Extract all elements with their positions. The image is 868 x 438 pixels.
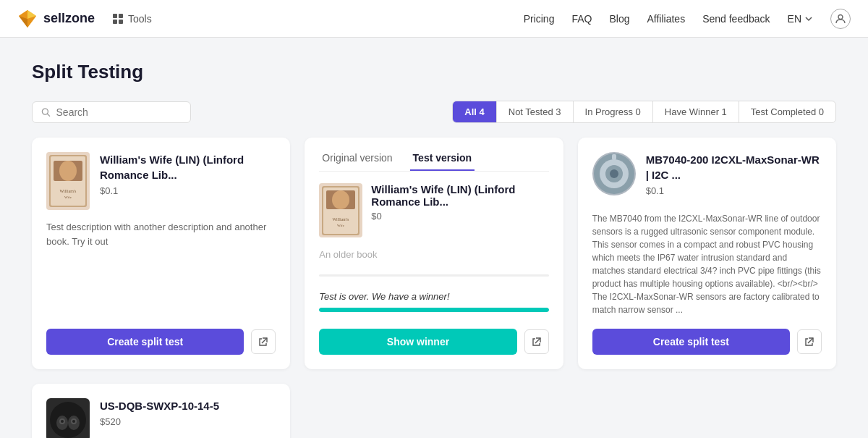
product-card-1: William's Wife William's Wife (LIN) (Lin… bbox=[32, 138, 290, 369]
grid-icon bbox=[112, 13, 124, 25]
nav-faq[interactable]: FAQ bbox=[571, 13, 592, 25]
empty-slot-2 bbox=[578, 384, 836, 438]
svg-point-37 bbox=[61, 420, 64, 423]
filter-tab-all[interactable]: All 4 bbox=[453, 101, 496, 122]
empty-slot-1 bbox=[305, 384, 563, 438]
tab-original-version[interactable]: Original version bbox=[319, 152, 395, 171]
user-avatar[interactable] bbox=[830, 9, 851, 29]
svg-text:Wife: Wife bbox=[337, 224, 345, 227]
tools-label: Tools bbox=[128, 13, 152, 25]
book-cover-icon-2: William's Wife bbox=[322, 186, 359, 235]
card2-footer: Show winner bbox=[319, 329, 548, 355]
svg-point-32 bbox=[50, 402, 86, 438]
card1-description: Test description with another descriptio… bbox=[46, 220, 276, 317]
nav-blog[interactable]: Blog bbox=[609, 13, 629, 25]
card2-progress-bar bbox=[319, 308, 548, 312]
header: sellzone Tools Pricing FAQ Blog Affiliat… bbox=[0, 0, 868, 38]
external-link-icon-2 bbox=[532, 337, 542, 347]
filter-tab-not-tested[interactable]: Not Tested 3 bbox=[497, 101, 574, 122]
card3-external-link[interactable] bbox=[797, 329, 822, 354]
card4-price: $520 bbox=[100, 416, 276, 427]
product-card-2: Original version Test version William's … bbox=[305, 138, 563, 369]
card2-desc-bar bbox=[319, 274, 548, 277]
svg-point-38 bbox=[72, 420, 75, 423]
card2-winner-text: Test is over. We have a winner! bbox=[319, 291, 548, 302]
cards-row2: US-DQB-SWXP-10-14-5 $520 bbox=[32, 384, 836, 438]
card1-footer: Create split test bbox=[46, 329, 276, 355]
sensor-icon bbox=[593, 153, 635, 195]
page-content: Split Testing All 4 Not Tested 3 In Prog… bbox=[14, 38, 854, 438]
svg-line-11 bbox=[47, 114, 49, 116]
search-icon bbox=[41, 107, 51, 117]
card2-thumbnail: William's Wife bbox=[319, 183, 362, 237]
svg-rect-30 bbox=[612, 154, 616, 160]
card3-info: MB7040-200 I2CXL-MaxSonar-WR | I2C ... $… bbox=[646, 152, 822, 202]
svg-line-31 bbox=[808, 338, 813, 343]
svg-line-25 bbox=[535, 338, 540, 343]
card1-external-link[interactable] bbox=[251, 329, 276, 354]
svg-rect-8 bbox=[119, 20, 123, 24]
svg-rect-6 bbox=[119, 14, 123, 18]
logo[interactable]: sellzone bbox=[17, 9, 95, 29]
card1-title: William's Wife (LIN) (Linford Romance Li… bbox=[100, 152, 276, 182]
svg-text:William's: William's bbox=[333, 217, 350, 222]
tab-test-version[interactable]: Test version bbox=[410, 152, 475, 171]
chevron-down-icon bbox=[804, 14, 813, 23]
external-link-icon-3 bbox=[804, 337, 814, 347]
filter-tab-completed[interactable]: Test Completed 0 bbox=[739, 101, 835, 122]
card3-create-button[interactable]: Create split test bbox=[592, 329, 790, 355]
svg-rect-7 bbox=[113, 20, 117, 24]
svg-point-22 bbox=[332, 190, 349, 209]
svg-rect-5 bbox=[113, 14, 117, 18]
language-selector[interactable]: EN bbox=[788, 13, 813, 25]
earbuds-icon bbox=[49, 401, 87, 438]
svg-point-17 bbox=[59, 161, 77, 181]
product-card-4: US-DQB-SWXP-10-14-5 $520 bbox=[32, 384, 290, 438]
card4-product-row: US-DQB-SWXP-10-14-5 $520 bbox=[46, 398, 276, 438]
filter-tab-have-winner[interactable]: Have Winner 1 bbox=[653, 101, 739, 122]
card2-product-row: William's Wife William's Wife (LIN) (Lin… bbox=[319, 183, 548, 237]
page-title: Split Testing bbox=[32, 61, 836, 83]
card2-external-link[interactable] bbox=[524, 329, 549, 354]
logo-icon bbox=[17, 9, 38, 29]
card2-desc-label: An older book bbox=[319, 249, 548, 266]
card3-description: The MB7040 from the I2CXL-MaxSonar-WR li… bbox=[592, 212, 822, 317]
card1-thumbnail: William's Wife bbox=[46, 152, 90, 210]
nav-send-feedback[interactable]: Send feedback bbox=[702, 13, 770, 25]
logo-text: sellzone bbox=[43, 11, 95, 26]
card2-title: William's Wife (LIN) (Linford Romance Li… bbox=[371, 183, 548, 208]
card2-tabs: Original version Test version bbox=[319, 152, 548, 172]
filter-bar: All 4 Not Tested 3 In Progress 0 Have Wi… bbox=[32, 101, 836, 123]
product-card-3: MB7040-200 I2CXL-MaxSonar-WR | I2C ... $… bbox=[578, 138, 836, 369]
card3-thumbnail bbox=[592, 152, 636, 195]
cards-grid: William's Wife William's Wife (LIN) (Lin… bbox=[32, 138, 836, 369]
card4-info: US-DQB-SWXP-10-14-5 $520 bbox=[100, 398, 276, 433]
card1-create-button[interactable]: Create split test bbox=[46, 329, 244, 355]
tools-menu[interactable]: Tools bbox=[112, 13, 152, 25]
card3-price: $0.1 bbox=[646, 185, 822, 196]
main-nav: Pricing FAQ Blog Affiliates Send feedbac… bbox=[524, 9, 851, 29]
card3-footer: Create split test bbox=[592, 329, 822, 355]
svg-text:William's: William's bbox=[60, 189, 77, 193]
card4-thumbnail bbox=[46, 398, 90, 438]
card2-progress-fill bbox=[319, 308, 548, 312]
search-wrapper bbox=[32, 101, 191, 123]
nav-pricing[interactable]: Pricing bbox=[524, 13, 555, 25]
nav-affiliates[interactable]: Affiliates bbox=[647, 13, 685, 25]
filter-tab-in-progress[interactable]: In Progress 0 bbox=[574, 101, 653, 122]
card4-title: US-DQB-SWXP-10-14-5 bbox=[100, 398, 276, 413]
card1-info: William's Wife (LIN) (Linford Romance Li… bbox=[100, 152, 276, 202]
card2-info: William's Wife (LIN) (Linford Romance Li… bbox=[371, 183, 548, 222]
external-link-icon bbox=[258, 337, 268, 347]
card1-product-row: William's Wife William's Wife (LIN) (Lin… bbox=[46, 152, 276, 210]
user-icon bbox=[835, 13, 846, 25]
card1-price: $0.1 bbox=[100, 185, 276, 196]
card3-title: MB7040-200 I2CXL-MaxSonar-WR | I2C ... bbox=[646, 152, 822, 182]
card2-price: $0 bbox=[371, 211, 548, 222]
card3-product-row: MB7040-200 I2CXL-MaxSonar-WR | I2C ... $… bbox=[592, 152, 822, 202]
svg-line-18 bbox=[262, 338, 267, 343]
book-cover-icon: William's Wife bbox=[49, 155, 87, 207]
card2-show-winner-button[interactable]: Show winner bbox=[319, 329, 516, 355]
search-input[interactable] bbox=[56, 106, 182, 118]
svg-text:Wife: Wife bbox=[64, 195, 72, 199]
